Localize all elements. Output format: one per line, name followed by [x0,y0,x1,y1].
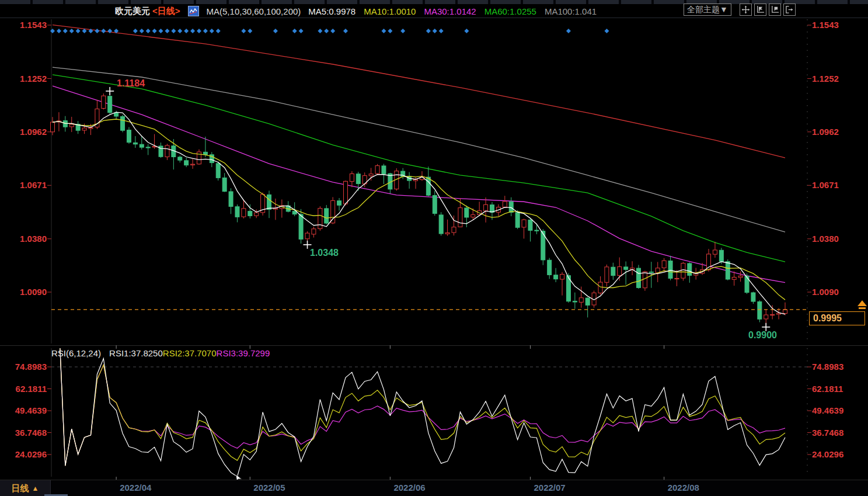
rsi-axis-label-right: 49.4639 [812,405,864,415]
trading-chart-app: 欧元美元 <日线> MA(5,10,30,60,100,200) MA5:0.9… [0,0,868,496]
ma-value: MA30:1.0142 [424,6,476,16]
line-chart-icon [188,6,199,16]
price-axis-label-right: 1.1252 [812,74,864,84]
rsi-axis-label-right: 36.7468 [812,428,864,438]
ma-parameter-label: MA(5,10,30,60,100,200) [207,6,301,16]
high-price-annotation: 1.1184 [117,78,145,89]
price-axis-label-right: 1.0962 [812,127,864,137]
price-axis-label-left: 1.1252 [0,74,47,84]
symbol-title: 欧元美元 [115,6,150,17]
ma-value: MA60:1.0255 [484,6,536,16]
month-label: 2022/07 [534,483,565,492]
rsi-value: RSI3:39.7299 [217,348,270,358]
aug-low-price-annotation: 0.9900 [748,330,777,341]
rsi-axis-label-left: 49.4639 [0,405,47,415]
rsi-value: RSI2:37.7070 [163,348,217,358]
rsi-axis-label-left: 62.1811 [0,384,47,394]
ma-value: MA100:1.041 [545,6,597,16]
rsi-axis-label-left: 36.7468 [0,428,47,438]
price-axis-label-left: 1.1543 [0,20,47,30]
rsi-value: RSI1:37.8250 [109,348,163,358]
month-label: 2022/04 [120,483,151,492]
rsi-axis-label-right: 62.1811 [812,384,864,394]
chart-toolbar: 全部主题▼ [684,4,796,16]
ma-value: MA10:1.0010 [364,6,416,16]
rsi-axis-label-left: 24.0296 [0,449,47,459]
ma-value: MA5:0.9978 [308,6,355,16]
month-label: 2022/08 [668,483,699,492]
price-axis-label-left: 1.0962 [0,127,47,137]
pan-icon[interactable] [740,4,752,16]
month-label: 2022/05 [253,483,285,492]
rsi-axis-label-right: 74.8983 [812,362,864,372]
triangle-up-icon: ▲ [32,484,39,492]
price-axis-label-right: 1.0380 [812,234,864,244]
price-axis-label-left: 1.0671 [0,180,47,190]
price-axis-label-right: 1.0671 [812,180,864,190]
price-axis-label-right: 1.1543 [812,20,864,30]
theme-selector-button[interactable]: 全部主题▼ [684,4,731,16]
rsi-legend: RSI1:37.8250RSI2:37.7070RSI3:39.7299 [109,348,270,358]
period-selector[interactable]: 日线 ▲ [0,480,51,496]
time-axis-bar: 日线 ▲ 2022/042022/052022/062022/072022/08 [0,480,868,496]
ma-legend: MA5:0.9978MA10:1.0010MA30:1.0142MA60:1.0… [308,6,605,16]
axis-left-icon[interactable] [754,4,766,16]
rsi-parameter-label: RSI(6,12,24) [51,348,101,358]
rsi-header: RSI(6,12,24) RSI1:37.8250RSI2:37.7070RSI… [51,348,270,358]
axis-right-icon[interactable] [769,4,781,16]
price-axis-label-right: 1.0090 [812,287,864,297]
rsi-axis-label-right: 24.0296 [812,449,864,459]
price-axis-label-left: 1.0090 [0,287,47,297]
rsi-axis-label-left: 74.8983 [0,362,47,372]
period-label: 日线 [12,483,29,494]
period-tag: <日线> [152,6,180,17]
current-price-box: 0.9995 [809,311,865,325]
price-axis-label-left: 1.0380 [0,234,47,244]
chart-canvas[interactable] [0,0,868,496]
may-low-price-annotation: 1.0348 [310,248,339,258]
export-icon[interactable] [783,4,796,16]
month-label: 2022/06 [393,483,425,492]
